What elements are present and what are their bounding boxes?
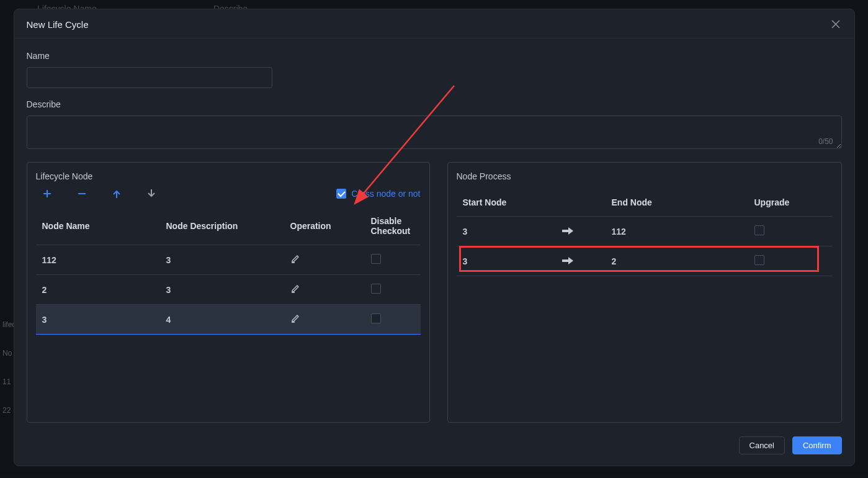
modal-header: New Life Cycle — [14, 9, 854, 38]
cell-end-node: 112 — [606, 217, 748, 246]
node-process-row[interactable]: 3 2 — [457, 246, 833, 276]
col-upgrade: Upgrade — [748, 189, 833, 217]
cell-node-desc: 4 — [160, 305, 284, 335]
cell-operation — [284, 245, 365, 275]
cell-upgrade — [748, 217, 833, 246]
upgrade-checkbox[interactable] — [754, 225, 764, 235]
cell-disable-checkout — [365, 305, 421, 335]
cell-start-node: 3 — [457, 217, 556, 246]
describe-label: Describe — [27, 99, 842, 109]
cell-node-name: 112 — [36, 245, 160, 275]
plus-icon — [43, 189, 51, 198]
upgrade-checkbox[interactable] — [754, 255, 764, 265]
col-end-node: End Node — [606, 189, 748, 217]
cell-operation — [284, 305, 365, 335]
arrow-up-icon — [113, 189, 120, 198]
disable-checkout-checkbox[interactable] — [371, 284, 381, 294]
describe-textarea-wrap: 0/50 — [27, 115, 842, 151]
move-down-button[interactable] — [146, 189, 156, 199]
col-arrow — [556, 189, 606, 217]
cell-disable-checkout — [365, 275, 421, 305]
node-process-row[interactable]: 3 112 — [457, 217, 833, 246]
cell-operation — [284, 275, 365, 305]
lifecycle-node-row[interactable]: 112 3 — [36, 245, 421, 275]
remove-node-button[interactable] — [77, 189, 87, 199]
arrow-right-icon — [562, 227, 573, 235]
cancel-button[interactable]: Cancel — [739, 436, 785, 454]
lifecycle-node-table: Node Name Node Description Operation Dis… — [36, 207, 421, 335]
modal-overlay: New Life Cycle Name Describe 0/50 Lifecy… — [0, 0, 868, 478]
name-label: Name — [27, 51, 842, 61]
edit-icon — [290, 313, 300, 323]
cross-node-label: Cross node or not — [351, 189, 420, 199]
move-up-button[interactable] — [112, 189, 122, 199]
cell-upgrade — [748, 246, 833, 276]
disable-checkout-checkbox[interactable] — [371, 254, 381, 264]
cell-node-name: 2 — [36, 275, 160, 305]
name-field-group: Name — [27, 51, 842, 88]
disable-checkout-checkbox[interactable] — [371, 313, 381, 323]
describe-field-group: Describe 0/50 — [27, 99, 842, 151]
node-process-table: Start Node End Node Upgrade 3 — [457, 189, 833, 276]
lifecycle-node-toolbar: Cross node or not — [36, 189, 421, 199]
col-operation: Operation — [284, 207, 365, 245]
modal-body: Name Describe 0/50 Lifecycle Node — [14, 38, 854, 428]
cell-start-node: 3 — [457, 246, 556, 276]
col-node-name: Node Name — [36, 207, 160, 245]
panels-row: Lifecycle Node — [27, 162, 842, 423]
add-node-button[interactable] — [42, 189, 52, 199]
modal-title: New Life Cycle — [27, 19, 89, 30]
edit-icon — [290, 254, 300, 264]
arrow-down-icon — [148, 189, 155, 198]
node-process-table-wrap: Start Node End Node Upgrade 3 — [457, 189, 833, 276]
cross-node-toggle[interactable]: Cross node or not — [336, 189, 420, 199]
cell-arrow — [556, 217, 606, 246]
col-start-node: Start Node — [457, 189, 556, 217]
cell-node-desc: 3 — [160, 245, 284, 275]
col-node-description: Node Description — [160, 207, 284, 245]
edit-icon — [290, 284, 300, 294]
toolbar-icons — [42, 189, 156, 199]
edit-node-button[interactable] — [290, 313, 300, 323]
cell-node-desc: 3 — [160, 275, 284, 305]
name-input[interactable] — [27, 67, 272, 88]
edit-node-button[interactable] — [290, 254, 300, 264]
node-process-title: Node Process — [457, 171, 833, 181]
lifecycle-node-title: Lifecycle Node — [36, 171, 421, 181]
cross-node-checkbox[interactable] — [336, 189, 346, 199]
lifecycle-node-row[interactable]: 3 4 — [36, 305, 421, 335]
describe-textarea[interactable] — [27, 115, 842, 149]
edit-node-button[interactable] — [290, 284, 300, 294]
col-disable-checkout: Disable Checkout — [365, 207, 421, 245]
close-icon — [831, 20, 840, 29]
arrow-right-icon — [562, 257, 573, 264]
cell-end-node: 2 — [606, 246, 748, 276]
new-life-cycle-modal: New Life Cycle Name Describe 0/50 Lifecy… — [14, 9, 855, 466]
cell-disable-checkout — [365, 245, 421, 275]
minus-icon — [78, 189, 86, 198]
lifecycle-node-panel: Lifecycle Node — [27, 162, 430, 423]
confirm-button[interactable]: Confirm — [792, 436, 842, 454]
close-button[interactable] — [830, 18, 842, 30]
node-process-panel: Node Process Start Node End Node Upgrade — [447, 162, 842, 423]
modal-footer: Cancel Confirm — [14, 428, 854, 466]
cell-node-name: 3 — [36, 305, 160, 335]
cell-arrow — [556, 246, 606, 276]
lifecycle-node-row[interactable]: 2 3 — [36, 275, 421, 305]
